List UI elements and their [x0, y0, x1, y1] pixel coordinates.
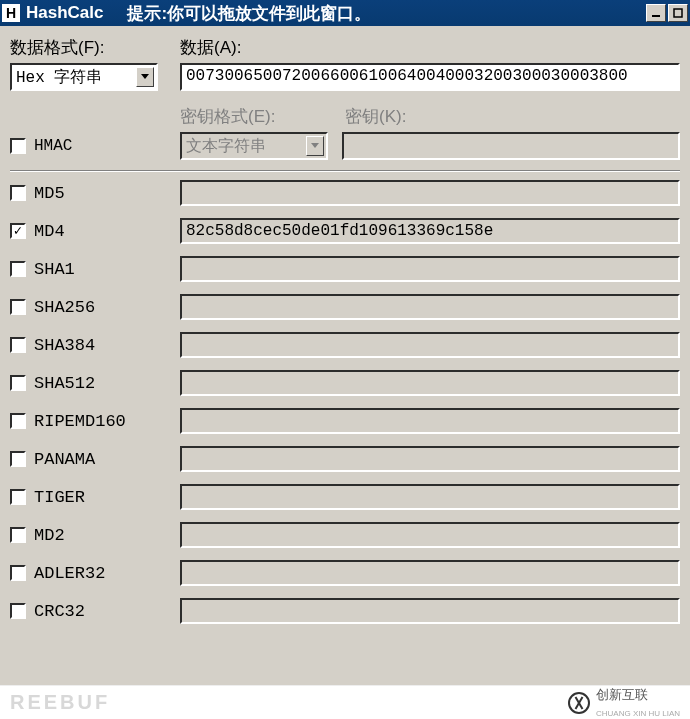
hash-output-md4[interactable]: 82c58d8cec50de01fd109613369c158e [180, 218, 680, 244]
hash-label: TIGER [34, 488, 85, 507]
key-label: 密钥(K): [345, 105, 406, 128]
separator [10, 170, 680, 172]
titlebar: H HashCalc 提示:你可以拖放文件到此窗口。 [0, 0, 690, 26]
hash-label: MD5 [34, 184, 65, 203]
data-input[interactable]: 0073006500720066006100640040003200300030… [180, 63, 680, 91]
key-format-combo: 文本字符串 [180, 132, 328, 160]
hash-output-tiger[interactable] [180, 484, 680, 510]
hash-checkbox-sha1[interactable] [10, 261, 26, 277]
hash-checkbox-sha384[interactable] [10, 337, 26, 353]
minimize-button[interactable] [646, 4, 666, 22]
hash-row-tiger: TIGER [10, 484, 680, 510]
hash-label: RIPEMD160 [34, 412, 126, 431]
hash-label: CRC32 [34, 602, 85, 621]
watermark-right: 创新互联 CHUANG XIN HU LIAN [568, 686, 680, 719]
watermark-right-text: 创新互联 [596, 687, 648, 702]
hash-output-sha512[interactable] [180, 370, 680, 396]
chevron-down-icon [306, 136, 324, 156]
footer: REEBUF 创新互联 CHUANG XIN HU LIAN [0, 685, 690, 719]
hmac-checkbox[interactable] [10, 138, 26, 154]
svg-rect-1 [674, 9, 682, 17]
hash-list: MD5✓MD482c58d8cec50de01fd109613369c158eS… [10, 180, 680, 624]
hash-row-sha384: SHA384 [10, 332, 680, 358]
hash-label: ADLER32 [34, 564, 105, 583]
hash-output-adler32[interactable] [180, 560, 680, 586]
hash-output-crc32[interactable] [180, 598, 680, 624]
hash-label: MD2 [34, 526, 65, 545]
hash-checkbox-sha256[interactable] [10, 299, 26, 315]
hash-output-panama[interactable] [180, 446, 680, 472]
data-format-value: Hex 字符串 [16, 67, 136, 88]
hash-checkbox-crc32[interactable] [10, 603, 26, 619]
hash-row-adler32: ADLER32 [10, 560, 680, 586]
svg-marker-2 [141, 74, 149, 79]
hash-label: SHA384 [34, 336, 95, 355]
watermark-right-sub: CHUANG XIN HU LIAN [596, 709, 680, 718]
hash-checkbox-sha512[interactable] [10, 375, 26, 391]
hash-checkbox-md2[interactable] [10, 527, 26, 543]
hash-label: MD4 [34, 222, 65, 241]
key-format-label: 密钥格式(E): [180, 105, 345, 128]
hash-label: PANAMA [34, 450, 95, 469]
hash-checkbox-md5[interactable] [10, 185, 26, 201]
hash-output-md5[interactable] [180, 180, 680, 206]
hash-row-md5: MD5 [10, 180, 680, 206]
hash-row-md4: ✓MD482c58d8cec50de01fd109613369c158e [10, 218, 680, 244]
hash-row-crc32: CRC32 [10, 598, 680, 624]
hash-output-sha256[interactable] [180, 294, 680, 320]
hash-row-panama: PANAMA [10, 446, 680, 472]
data-format-combo[interactable]: Hex 字符串 [10, 63, 158, 91]
hash-output-md2[interactable] [180, 522, 680, 548]
svg-marker-3 [311, 143, 319, 148]
hash-row-sha256: SHA256 [10, 294, 680, 320]
hash-label: SHA1 [34, 260, 75, 279]
hash-row-ripemd160: RIPEMD160 [10, 408, 680, 434]
hash-label: SHA256 [34, 298, 95, 317]
hash-row-md2: MD2 [10, 522, 680, 548]
data-format-label: 数据格式(F): [10, 36, 180, 59]
hash-output-sha384[interactable] [180, 332, 680, 358]
logo-icon [568, 692, 590, 714]
hash-row-sha512: SHA512 [10, 370, 680, 396]
key-input [342, 132, 680, 160]
watermark-left: REEBUF [10, 691, 110, 714]
svg-rect-0 [652, 15, 660, 17]
app-title: HashCalc [26, 3, 103, 23]
maximize-button[interactable] [668, 4, 688, 22]
chevron-down-icon[interactable] [136, 67, 154, 87]
client-area: 数据格式(F): 数据(A): Hex 字符串 0073006500720066… [0, 26, 690, 685]
hmac-label: HMAC [34, 137, 72, 155]
app-icon: H [2, 4, 20, 22]
hash-checkbox-panama[interactable] [10, 451, 26, 467]
titlebar-hint: 提示:你可以拖放文件到此窗口。 [127, 2, 371, 25]
hash-checkbox-adler32[interactable] [10, 565, 26, 581]
hash-output-ripemd160[interactable] [180, 408, 680, 434]
hash-row-sha1: SHA1 [10, 256, 680, 282]
hash-label: SHA512 [34, 374, 95, 393]
data-label: 数据(A): [180, 36, 680, 59]
hash-output-sha1[interactable] [180, 256, 680, 282]
hash-checkbox-md4[interactable]: ✓ [10, 223, 26, 239]
hash-checkbox-tiger[interactable] [10, 489, 26, 505]
key-format-value: 文本字符串 [186, 136, 306, 157]
hash-checkbox-ripemd160[interactable] [10, 413, 26, 429]
